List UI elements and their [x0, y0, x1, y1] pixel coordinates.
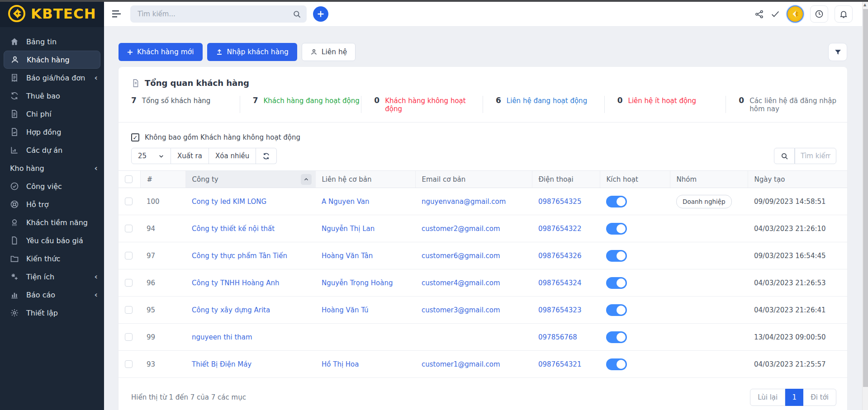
contact-link[interactable]: Nguyễn Trọng Hoàng	[322, 279, 393, 287]
select-all-checkbox[interactable]	[125, 175, 133, 183]
active-toggle[interactable]	[606, 250, 627, 262]
phone-link[interactable]: 0987654321	[538, 360, 581, 368]
menu-toggle-icon[interactable]	[112, 10, 122, 18]
contacts-button[interactable]: Liên hệ	[302, 43, 356, 61]
phone-link[interactable]: 0987654326	[538, 252, 581, 260]
phone-link[interactable]: 0987654324	[538, 279, 581, 287]
row-checkbox[interactable]	[125, 252, 133, 259]
customers-table: # Công ty Liên hệ cơ bản Email cơ bản Đi…	[119, 170, 847, 378]
export-button[interactable]: Xuất ra	[171, 148, 209, 164]
phone-link[interactable]: 0987654323	[538, 306, 581, 314]
row-checkbox[interactable]	[125, 198, 133, 205]
company-link[interactable]: Công ty TNHH Hoàng Anh	[192, 279, 279, 287]
col-header-primary-email[interactable]: Email cơ bản	[415, 171, 532, 188]
phone-link[interactable]: 0987654322	[538, 225, 581, 233]
company-link[interactable]: Công ty xây dựng Arita	[192, 306, 270, 314]
col-header-company[interactable]: Công ty	[185, 171, 315, 188]
new-customer-button[interactable]: Khách hàng mới	[119, 43, 203, 61]
row-checkbox[interactable]	[125, 333, 133, 341]
col-header-active[interactable]: Kích hoạt	[600, 171, 670, 188]
sidebar-item-dashboard[interactable]: Bảng tin	[0, 33, 104, 51]
contact-link[interactable]: A Nguyen Van	[322, 198, 369, 206]
contact-link[interactable]: Nguyễn Thị Lan	[322, 225, 375, 233]
sidebar-item-knowledge-base[interactable]: Kiến thức	[0, 250, 104, 268]
pagination-page-1[interactable]: 1	[785, 389, 803, 406]
table-row: 96 Công ty TNHH Hoàng Anh Nguyễn Trọng H…	[119, 269, 847, 297]
sidebar-item-expenses[interactable]: Chi phí	[0, 105, 104, 123]
import-customers-button[interactable]: Nhập khách hàng	[207, 43, 297, 61]
active-toggle[interactable]	[606, 223, 627, 235]
row-checkbox[interactable]	[125, 279, 133, 287]
avatar[interactable]	[787, 5, 804, 23]
col-header-created[interactable]: Ngày tạo	[748, 171, 847, 188]
sidebar-item-estimate-requests[interactable]: Yêu cầu báo giá	[0, 231, 104, 250]
email-link[interactable]: nguyenvana@gmail.com	[422, 198, 506, 206]
pagination-prev-button[interactable]: Lùi lại	[750, 389, 785, 406]
upload-icon	[216, 48, 223, 56]
company-link[interactable]: nguyeen thi tham	[192, 333, 252, 341]
company-link[interactable]: Thiết Bị Điện Máy	[192, 360, 251, 368]
quick-add-button[interactable]	[313, 6, 328, 22]
filter-button[interactable]	[828, 43, 847, 61]
scroll-up-icon[interactable]: ▲	[863, 3, 866, 7]
sidebar-item-settings[interactable]: Thiết lập	[0, 304, 104, 322]
row-checkbox[interactable]	[125, 360, 133, 368]
phone-link[interactable]: 0987654325	[538, 198, 581, 206]
col-header-phone[interactable]: Điện thoại	[532, 171, 600, 188]
active-toggle[interactable]	[606, 304, 627, 316]
sidebar-item-projects[interactable]: Các dự án	[0, 141, 104, 159]
table-search-button[interactable]	[774, 148, 795, 164]
contact-link[interactable]: Hoàng Văn Tú	[322, 306, 369, 314]
table-search-input[interactable]	[795, 148, 836, 164]
sidebar-item-customers[interactable]: Khách hàng	[4, 51, 100, 69]
col-header-group[interactable]: Nhóm	[670, 171, 748, 188]
contact-link[interactable]: Hoàng Văn Tân	[322, 252, 373, 260]
sidebar-item-reports[interactable]: Báo cáo ‹	[0, 286, 104, 304]
sidebar-item-subscriptions[interactable]: Thuê bao	[0, 87, 104, 105]
active-toggle[interactable]	[606, 196, 627, 207]
global-search-input[interactable]	[138, 10, 293, 18]
created-date: 09/03/2023 16:54:45	[748, 242, 847, 269]
bulk-delete-button[interactable]: Xóa nhiều	[209, 148, 256, 164]
bell-icon	[839, 9, 848, 19]
contact-link[interactable]: Hồ Thị Hoa	[322, 360, 359, 368]
phone-link[interactable]: 097856768	[538, 333, 577, 341]
share-icon[interactable]	[754, 9, 764, 19]
scrollbar-thumb[interactable]	[863, 9, 868, 387]
company-link[interactable]: Công ty thực phẩm Tân Tiến	[192, 252, 287, 260]
pagination-next-button[interactable]: Đi tới	[803, 389, 836, 406]
active-toggle[interactable]	[606, 358, 627, 370]
row-number: 96	[140, 269, 185, 297]
sidebar-item-warehouse[interactable]: Kho hàng ‹	[0, 159, 104, 177]
sidebar-item-tasks[interactable]: Công việc	[0, 177, 104, 195]
sidebar-item-invoices[interactable]: Báo giá/hóa đơn ‹	[0, 69, 104, 87]
email-link[interactable]: customer6@gmail.com	[422, 252, 500, 260]
email-link[interactable]: customer1@gmail.com	[422, 360, 500, 368]
active-toggle[interactable]	[606, 331, 627, 343]
exclude-inactive-checkbox[interactable]	[131, 133, 139, 141]
row-checkbox[interactable]	[125, 306, 133, 314]
sidebar-item-leads[interactable]: Khách tiềm năng	[0, 213, 104, 231]
sidebar-item-support[interactable]: Hỗ trợ	[0, 195, 104, 213]
email-link[interactable]: customer4@gmail.com	[422, 279, 500, 287]
sidebar-item-utilities[interactable]: Tiện ích ‹	[0, 268, 104, 286]
notifications-button[interactable]	[835, 5, 853, 23]
search-icon[interactable]	[293, 10, 301, 19]
email-link[interactable]: customer3@gmail.com	[422, 306, 500, 314]
col-header-number[interactable]: #	[140, 171, 185, 188]
vertical-scrollbar[interactable]: ▲	[862, 2, 868, 410]
col-header-primary-contact[interactable]: Liên hệ cơ bản	[315, 171, 415, 188]
new-customer-label: Khách hàng mới	[137, 48, 194, 56]
refresh-button[interactable]	[256, 148, 277, 164]
active-toggle[interactable]	[606, 277, 627, 289]
check-icon[interactable]	[770, 9, 780, 19]
company-link[interactable]: Công ty thiết kế nội thất	[192, 225, 275, 233]
row-checkbox[interactable]	[125, 225, 133, 232]
company-link[interactable]: Cong ty led KIM LONG	[192, 198, 266, 206]
sidebar-item-contracts[interactable]: Hợp đồng	[0, 123, 104, 141]
page-size-select[interactable]: 25	[131, 148, 171, 164]
history-button[interactable]	[810, 5, 828, 23]
brand-logo[interactable]: KBTECH	[0, 0, 104, 27]
email-link[interactable]: customer2@gmail.com	[422, 225, 500, 233]
sort-asc-button[interactable]	[301, 174, 312, 185]
